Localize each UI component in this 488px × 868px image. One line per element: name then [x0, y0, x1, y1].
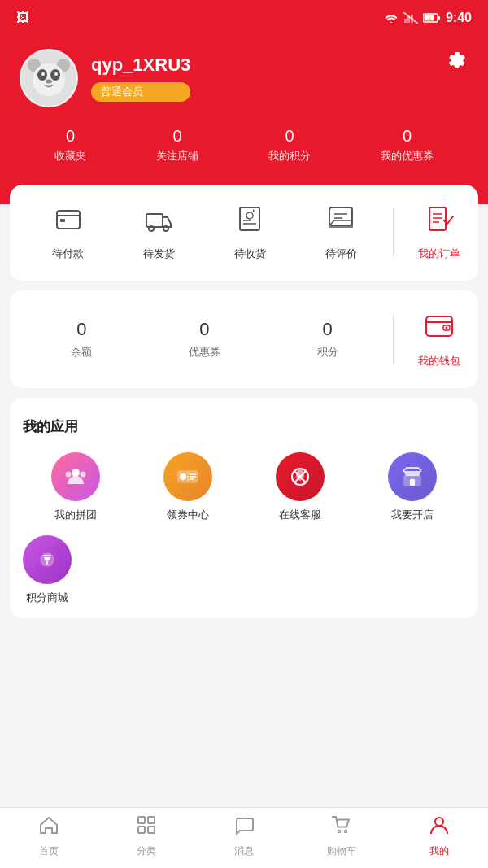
order-item-pending-receipt[interactable]: 待收货	[234, 204, 266, 261]
apps-grid: 我的拼团 领券中心	[23, 452, 465, 522]
order-items: 待付款 待发货	[23, 204, 386, 261]
svg-point-21	[149, 226, 154, 231]
wallet-items: 0 余额 0 优惠券 0 积分	[23, 319, 386, 360]
app-coupon[interactable]: 领券中心	[135, 452, 241, 522]
svg-rect-34	[426, 316, 452, 336]
wallet-balance-number: 0	[76, 319, 86, 340]
wallet-card: 0 余额 0 优惠券 0 积分	[10, 290, 478, 388]
nav-mine[interactable]: 我的	[415, 814, 464, 858]
svg-point-56	[435, 818, 443, 826]
nav-mine-label: 我的	[429, 844, 449, 858]
app-points-mall[interactable]: 积分商城	[23, 535, 72, 605]
order-item-pending-review[interactable]: 待评价	[325, 204, 357, 261]
wallet-points-number: 0	[323, 319, 333, 340]
wallet-divider	[393, 315, 394, 364]
category-icon	[136, 814, 157, 841]
order-card: 待付款 待发货	[10, 185, 478, 281]
avatar[interactable]	[20, 49, 78, 107]
app-shop-label: 我要开店	[391, 508, 434, 522]
svg-rect-19	[60, 219, 65, 222]
wallet-balance[interactable]: 0 余额	[71, 319, 92, 360]
status-icons: ⚡ 9:40	[384, 11, 472, 25]
svg-rect-5	[438, 16, 440, 20]
pending-review-icon	[326, 204, 355, 240]
wallet-points-label: 积分	[317, 345, 338, 360]
settings-icon[interactable]	[446, 49, 468, 77]
status-time: 9:40	[446, 11, 472, 25]
nav-cart[interactable]: 购物车	[317, 814, 366, 858]
stat-favorites[interactable]: 0 收藏夹	[54, 127, 86, 164]
svg-point-41	[180, 473, 186, 480]
svg-rect-20	[146, 214, 163, 227]
svg-rect-53	[148, 827, 155, 833]
pending-shipment-icon	[145, 204, 174, 240]
app-points-mall-label: 积分商城	[26, 591, 68, 605]
stat-points[interactable]: 0 我的积分	[268, 127, 311, 164]
svg-point-15	[54, 72, 58, 76]
my-order[interactable]: 我的订单	[400, 204, 465, 261]
stat-followed-shops[interactable]: 0 关注店铺	[156, 127, 198, 164]
svg-rect-51	[148, 817, 155, 823]
member-badge[interactable]: 普通会员	[91, 82, 190, 102]
nav-category[interactable]: 分类	[122, 814, 171, 858]
svg-rect-50	[138, 817, 145, 823]
nav-home-label: 首页	[39, 844, 59, 858]
order-item-pending-shipment[interactable]: 待发货	[143, 204, 175, 261]
pending-review-label: 待评价	[325, 246, 357, 261]
svg-text:⚡: ⚡	[426, 16, 433, 23]
wallet-row: 0 余额 0 优惠券 0 积分	[23, 310, 465, 369]
app-points-icon	[23, 535, 72, 584]
stat-points-number: 0	[268, 127, 311, 146]
app-service[interactable]: 在线客服	[247, 452, 353, 522]
pending-payment-icon	[54, 204, 83, 240]
svg-point-55	[345, 831, 347, 833]
app-service-label: 在线客服	[279, 508, 321, 522]
order-item-pending-payment[interactable]: 待付款	[52, 204, 84, 261]
app-coupon-icon	[163, 452, 212, 501]
apps-card: 我的应用 我的拼团	[10, 398, 478, 618]
my-wallet-icon	[424, 310, 455, 347]
order-divider	[393, 208, 394, 257]
app-pintuan-label: 我的拼团	[54, 508, 97, 522]
my-wallet[interactable]: 我的钱包	[400, 310, 465, 369]
app-shop-icon	[388, 452, 437, 501]
profile-row: qyp_1XRU3 普通会员	[20, 49, 468, 107]
pending-receipt-label: 待收货	[234, 246, 266, 261]
battery-icon: ⚡	[423, 13, 441, 23]
my-wallet-label: 我的钱包	[418, 354, 460, 369]
svg-point-38	[66, 472, 72, 478]
stat-coupons-label: 我的优惠券	[381, 149, 434, 164]
nav-category-label: 分类	[137, 844, 156, 858]
svg-point-22	[163, 226, 168, 231]
my-order-label: 我的订单	[418, 246, 460, 261]
svg-rect-48	[410, 479, 415, 486]
nav-home[interactable]: 首页	[24, 814, 73, 858]
signal-icon	[403, 12, 418, 24]
svg-point-16	[46, 80, 52, 84]
message-icon	[233, 814, 255, 841]
stat-followed-label: 关注店铺	[156, 149, 198, 164]
wallet-points[interactable]: 0 积分	[317, 319, 338, 360]
order-row: 待付款 待发货	[23, 204, 465, 261]
status-bar: 🖼 ⚡ 9:40	[0, 0, 488, 36]
pending-payment-label: 待付款	[52, 246, 84, 261]
wallet-coupons[interactable]: 0 优惠券	[189, 319, 220, 360]
profile-info: qyp_1XRU3 普通会员	[91, 55, 190, 102]
stat-coupons[interactable]: 0 我的优惠券	[381, 127, 434, 164]
nav-message[interactable]: 消息	[220, 814, 268, 858]
app-open-shop[interactable]: 我要开店	[359, 452, 465, 522]
cart-icon	[331, 814, 352, 841]
my-order-icon	[425, 204, 454, 240]
app-service-icon	[276, 452, 325, 501]
svg-point-36	[446, 327, 448, 329]
screen-icon: 🖼	[16, 11, 29, 25]
pending-shipment-label: 待发货	[143, 246, 175, 261]
svg-point-24	[246, 212, 253, 219]
pending-receipt-icon	[235, 204, 264, 240]
app-pintuan[interactable]: 我的拼团	[23, 452, 129, 522]
svg-point-14	[41, 72, 45, 76]
wallet-coupons-number: 0	[199, 319, 209, 340]
svg-rect-52	[138, 827, 145, 833]
svg-point-37	[72, 469, 80, 477]
wallet-coupons-label: 优惠券	[189, 345, 220, 360]
